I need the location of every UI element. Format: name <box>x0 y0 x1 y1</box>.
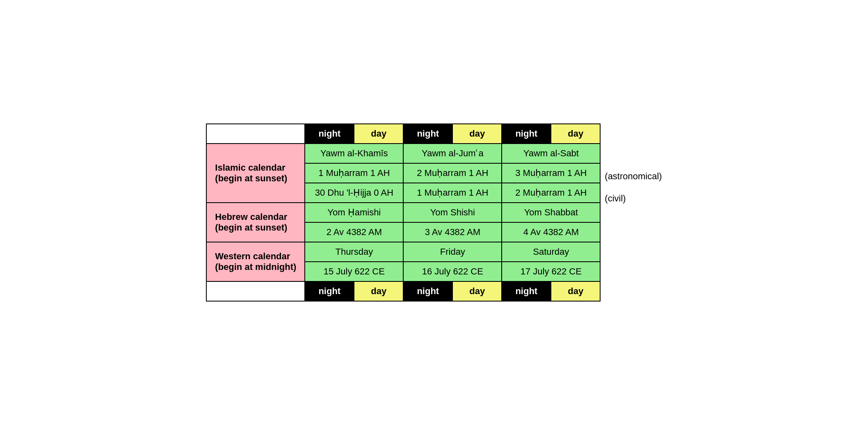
header-night-1: night <box>305 124 354 144</box>
western-date-3: 17 July 622 CE <box>502 262 600 281</box>
corner-cell-bottom <box>206 281 305 301</box>
hebrew-day2-name: Yom Shishi <box>403 203 502 222</box>
bottom-header-row: night day night day night day <box>206 281 600 301</box>
islamic-civil-2: 1 Muḥarram 1 AH <box>403 183 502 203</box>
footer-day-1: day <box>354 281 403 301</box>
header-day-1: day <box>354 124 403 144</box>
western-day3-name: Saturday <box>502 242 600 262</box>
islamic-day1-name: Yawm al-Khamīs <box>305 144 403 163</box>
footer-day-3: day <box>551 281 600 301</box>
western-label: Western calendar(begin at midnight) <box>206 242 305 281</box>
spacer-top <box>605 123 662 143</box>
top-header-row: night day night day night day <box>206 124 600 144</box>
islamic-astro-1: 1 Muḥarram 1 AH <box>305 163 403 183</box>
note-astronomical: (astronomical) <box>605 165 662 187</box>
islamic-astro-2: 2 Muḥarram 1 AH <box>403 163 502 183</box>
footer-night-3: night <box>502 281 551 301</box>
side-notes: (astronomical) (civil) <box>601 123 662 210</box>
header-day-3: day <box>551 124 600 144</box>
hebrew-date-1: 2 Av 4382 AM <box>305 222 403 242</box>
western-date-2: 16 July 622 CE <box>403 262 502 281</box>
header-day-2: day <box>452 124 502 144</box>
hebrew-date-2: 3 Av 4382 AM <box>403 222 502 242</box>
western-row-daynames: Western calendar(begin at midnight) Thur… <box>206 242 600 262</box>
islamic-day2-name: Yawm al-Jumʿa <box>403 144 502 163</box>
islamic-day3-name: Yawm al-Sabt <box>502 144 600 163</box>
corner-cell-top <box>206 124 305 144</box>
hebrew-day3-name: Yom Shabbat <box>502 203 600 222</box>
islamic-astro-3: 3 Muḥarram 1 AH <box>502 163 600 183</box>
western-date-1: 15 July 622 CE <box>305 262 403 281</box>
western-day1-name: Thursday <box>305 242 403 262</box>
hebrew-row-daynames: Hebrew calendar(begin at sunset) Yom Ḥam… <box>206 203 600 222</box>
footer-night-2: night <box>403 281 452 301</box>
spacer-daynames <box>605 143 662 165</box>
islamic-label: Islamic calendar(begin at sunset) <box>206 144 305 203</box>
hebrew-date-3: 4 Av 4382 AM <box>502 222 600 242</box>
header-night-3: night <box>502 124 551 144</box>
header-night-2: night <box>403 124 452 144</box>
islamic-row-daynames: Islamic calendar(begin at sunset) Yawm a… <box>206 144 600 163</box>
western-day2-name: Friday <box>403 242 502 262</box>
note-civil: (civil) <box>605 187 662 210</box>
islamic-civil-3: 2 Muḥarram 1 AH <box>502 183 600 203</box>
islamic-civil-1: 30 Dhu 'l-Ḥijja 0 AH <box>305 183 403 203</box>
calendar-table: night day night day night day Islamic ca… <box>206 123 601 302</box>
main-container: night day night day night day Islamic ca… <box>206 123 662 302</box>
footer-day-2: day <box>452 281 502 301</box>
hebrew-label: Hebrew calendar(begin at sunset) <box>206 203 305 242</box>
hebrew-day1-name: Yom Ḥamishi <box>305 203 403 222</box>
footer-night-1: night <box>305 281 354 301</box>
